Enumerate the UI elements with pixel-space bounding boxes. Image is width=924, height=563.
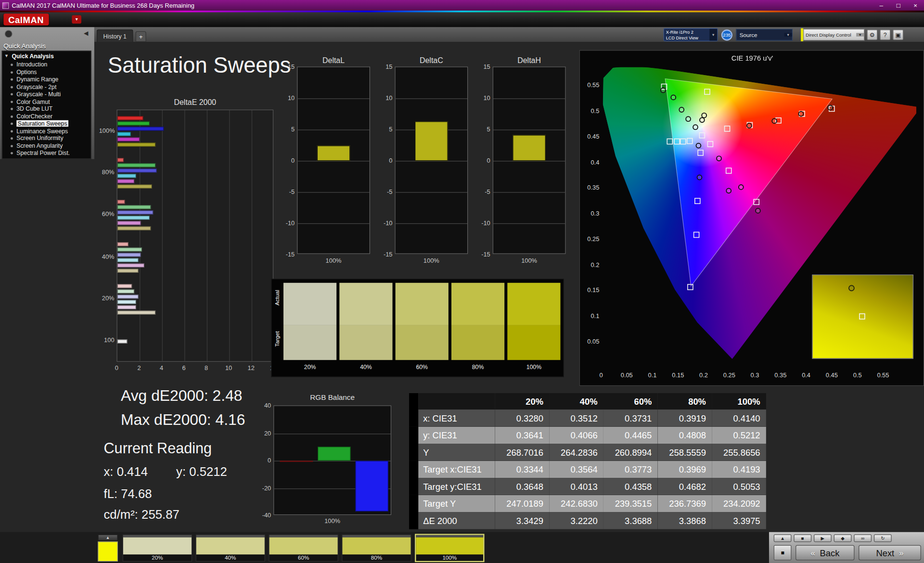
table-cell: 260.8994	[603, 444, 658, 461]
patch-button-20%[interactable]: 20%	[123, 535, 192, 562]
measured-marker	[700, 117, 705, 122]
y-axis-tick-label: 0.35	[581, 184, 599, 192]
patch-button-40%[interactable]: 40%	[196, 535, 265, 562]
chart-title: DeltaL	[297, 56, 370, 64]
nav-dot-button[interactable]	[5, 30, 13, 38]
table-cell: 264.2836	[549, 444, 603, 461]
sidebar-item-luminance-sweeps[interactable]: Luminance Sweeps	[2, 128, 91, 135]
y-axis-tick-label: 100	[99, 337, 115, 344]
play-button[interactable]: ▶	[814, 535, 832, 542]
sidebar-item-color-gamut[interactable]: Color Gamut	[2, 98, 91, 105]
gridline	[396, 161, 467, 161]
calman-logo[interactable]: CalMAN	[3, 13, 49, 25]
de-bar-yellow	[117, 310, 155, 315]
next-button[interactable]: Next »	[859, 545, 921, 561]
chevron-down-icon[interactable]: ▼	[709, 29, 717, 40]
sidebar-collapse-icon[interactable]: ◀	[84, 30, 88, 36]
gridline	[162, 110, 163, 361]
table-row: ΔE 20003.34293.22203.36883.38683.3975	[409, 512, 766, 529]
target-swatch	[451, 325, 504, 360]
chevron-down-icon[interactable]: ▼	[784, 33, 792, 37]
close-button[interactable]: ×	[907, 0, 924, 11]
sidebar-item-dynamic-range[interactable]: Dynamic Range	[2, 76, 91, 83]
x-axis-tick-label: 0	[111, 364, 122, 371]
refresh-button[interactable]: ↻	[874, 535, 892, 542]
sidebar-item-grayscale-multi[interactable]: Grayscale - Multi	[2, 91, 91, 98]
de-bar-green	[117, 289, 134, 294]
sidebar-item-introduction[interactable]: Introduction	[2, 61, 91, 68]
tree-bullet-icon	[11, 78, 13, 81]
tree-expand-icon[interactable]: ▾	[5, 53, 8, 58]
tree-root[interactable]: ▾ Quick Analysis	[2, 53, 91, 61]
add-tab-button[interactable]: +	[136, 31, 146, 42]
actual-swatch	[283, 283, 336, 325]
logo-menu-arrow-icon[interactable]: ▼	[72, 15, 81, 24]
stop-button[interactable]: ■	[794, 535, 811, 542]
patch-swatch	[270, 537, 338, 555]
measured-marker	[671, 95, 676, 100]
workspace-icon[interactable]: ▣	[893, 29, 903, 40]
table-cell: 0.3641	[495, 427, 550, 444]
sidebar-item-screen-angularity[interactable]: Screen Angularity	[2, 142, 91, 150]
table-cell: 0.4808	[658, 427, 712, 444]
loop-button[interactable]: ∞	[854, 535, 872, 542]
x-axis-tick-label: 0.35	[772, 371, 789, 378]
stop-button-large[interactable]: ■	[774, 545, 792, 561]
axis-tick-label: 100%	[395, 257, 468, 264]
y-axis-tick-label: -10	[472, 219, 490, 227]
maximize-button[interactable]: □	[890, 0, 907, 11]
gridline	[297, 98, 369, 99]
measured-marker	[739, 185, 744, 190]
sidebar-item-screen-uniformity[interactable]: Screen Uniformity	[2, 135, 91, 142]
tree-bullet-icon	[11, 152, 13, 154]
source-dropdown[interactable]: Source ▼	[736, 29, 793, 40]
table-row-label: Target Y	[418, 495, 495, 512]
table-cell: 0.4465	[603, 427, 658, 444]
table-header-row: 20%40%60%80%100%	[409, 393, 766, 409]
eject-button[interactable]: ▲	[774, 535, 792, 542]
table-cell: 0.3969	[658, 461, 712, 478]
patch-collapse-icon[interactable]: ▲	[98, 535, 118, 541]
patch-button-80%[interactable]: 80%	[342, 535, 411, 562]
y-axis-tick-label: -5	[373, 188, 392, 195]
table-cell: 0.3648	[495, 478, 550, 495]
cie-1976-panel: CIE 1976 u'v' 00.050.10.150.20.250.30.35…	[579, 50, 924, 386]
gridline	[297, 161, 369, 161]
chart-title: DeltaH	[493, 56, 566, 64]
meter-dropdown[interactable]: X-Rite i1Pro 2 LCD Direct View ▼	[664, 28, 718, 41]
sidebar-item-spectral-power-dist-[interactable]: Spectral Power Dist.	[2, 150, 91, 157]
help-icon[interactable]: ?	[880, 29, 890, 40]
settings-gear-icon[interactable]: ⚙	[867, 29, 877, 40]
patch-button-60%[interactable]: 60%	[269, 535, 338, 562]
measured-marker	[756, 208, 760, 213]
gridline	[493, 98, 565, 99]
x-axis-tick-label: 0.2	[695, 371, 712, 378]
y-axis-tick-label: 100%	[99, 127, 115, 134]
tab-history-1[interactable]: History 1	[97, 29, 133, 42]
sidebar-item-grayscale-2pt[interactable]: Grayscale - 2pt	[2, 83, 91, 90]
record-button[interactable]: ◆	[834, 535, 852, 542]
measured-marker	[849, 285, 854, 291]
minimize-button[interactable]: –	[873, 0, 890, 11]
patch-button-100%[interactable]: 100%	[415, 534, 484, 562]
back-chevron-icon: «	[810, 548, 815, 558]
x-axis-tick-label: 0.5	[849, 371, 865, 378]
de-bar-red	[117, 284, 132, 288]
display-control-dropdown[interactable]: Direct Display Control ▼	[803, 29, 864, 40]
chevron-down-icon[interactable]: ▼	[856, 33, 864, 37]
measured-marker	[661, 88, 666, 93]
sidebar-item-3d-cube-lut[interactable]: 3D Cube LUT	[2, 105, 91, 113]
measured-marker	[679, 107, 684, 112]
back-button[interactable]: « Back	[796, 545, 854, 561]
y-axis-tick-label: 0.4	[581, 158, 599, 166]
sidebar-item-options[interactable]: Options	[2, 69, 91, 76]
display-control-label: Direct Display Control	[804, 32, 856, 38]
axis-tick-label: 100%	[493, 257, 566, 264]
sidebar-item-colorchecker[interactable]: ColorChecker	[2, 113, 91, 120]
y-axis-tick-label: 0.05	[581, 338, 599, 345]
titlebar: CalMAN 2017 CalMAN Ultimate for Business…	[0, 0, 924, 11]
table-column-header: 40%	[549, 393, 603, 409]
meter-line1: X-Rite i1Pro 2	[666, 29, 710, 35]
sidebar-item-saturation-sweeps[interactable]: Saturation Sweeps	[2, 120, 91, 128]
de-bar-blue	[117, 253, 141, 257]
